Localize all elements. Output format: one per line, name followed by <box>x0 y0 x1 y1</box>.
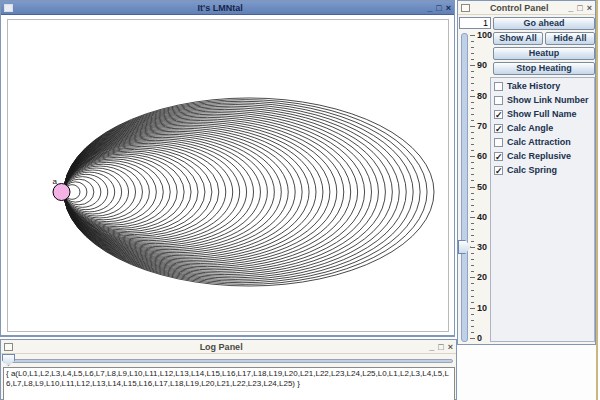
slider-tick <box>471 132 474 133</box>
unchecked-checkbox-icon[interactable] <box>494 82 503 91</box>
step-count-input[interactable] <box>459 17 491 29</box>
slider-tick <box>471 53 474 54</box>
checked-checkbox-icon[interactable]: ✓ <box>494 124 503 133</box>
minimize-icon[interactable]: _ <box>427 4 432 12</box>
control-panel-titlebar[interactable]: Control Panel _ □ × <box>458 1 595 15</box>
link-loop <box>64 164 142 220</box>
slider-tick-label: 10 <box>477 303 487 313</box>
slider-tick <box>470 338 475 339</box>
maximize-icon[interactable]: □ <box>577 4 582 12</box>
log-slider-thumb[interactable] <box>2 354 15 366</box>
checkbox-show-link-number[interactable]: Show Link Number <box>494 94 594 106</box>
log-panel-titlebar[interactable]: Log Panel _ □ × <box>1 340 456 354</box>
atom-label: a <box>53 177 58 186</box>
slider-tick-label: 90 <box>477 60 487 70</box>
unchecked-checkbox-icon[interactable] <box>494 138 503 147</box>
slider-tick-label: 60 <box>477 151 487 161</box>
link-loop <box>64 159 163 225</box>
slider-tick <box>471 47 474 48</box>
control-panel-window: Control Panel _ □ × Go ahead Show All Hi… <box>457 0 596 345</box>
checkbox-calc-attraction[interactable]: Calc Attraction <box>494 136 594 148</box>
checkbox-show-full-name[interactable]: ✓Show Full Name <box>494 108 594 120</box>
main-window-title: It's LMNtal <box>13 3 427 13</box>
slider-tick <box>471 265 474 266</box>
slider-tick <box>470 277 475 278</box>
slider-tick-label: 70 <box>477 121 487 131</box>
close-icon[interactable]: × <box>587 4 592 12</box>
checked-checkbox-icon[interactable]: ✓ <box>494 166 503 175</box>
checkbox-calc-angle[interactable]: ✓Calc Angle <box>494 122 594 134</box>
slider-tick <box>470 156 475 157</box>
log-output[interactable]: { a(L0,L1,L2,L3,L4,L5,L6,L7,L8,L9,L10,L1… <box>3 367 455 400</box>
slider-tick <box>470 126 475 127</box>
log-slider-track[interactable] <box>3 359 453 363</box>
slider-tick <box>471 314 474 315</box>
checkbox-label: Show Link Number <box>507 95 589 105</box>
close-icon[interactable]: × <box>448 343 453 351</box>
slider-tick <box>471 71 474 72</box>
main-window-titlebar[interactable]: It's LMNtal _ □ × <box>1 1 454 15</box>
slider-tick <box>471 302 474 303</box>
slider-tick <box>471 223 474 224</box>
checkbox-take-history[interactable]: Take History <box>494 80 594 92</box>
maximize-icon[interactable]: □ <box>438 343 443 351</box>
checkbox-calc-spring[interactable]: ✓Calc Spring <box>494 164 594 176</box>
link-loop <box>64 162 149 221</box>
slider-tick-label: 40 <box>477 212 487 222</box>
checkbox-label: Calc Replusive <box>507 151 571 161</box>
checked-checkbox-icon[interactable]: ✓ <box>494 110 503 119</box>
slider-track[interactable] <box>461 33 468 342</box>
log-panel-title: Log Panel <box>13 342 429 352</box>
slider-tick-label: 100 <box>477 30 492 40</box>
slider-tick <box>470 217 475 218</box>
slider-tick <box>471 253 474 254</box>
minimize-icon[interactable]: _ <box>429 343 434 351</box>
slider-tick <box>471 83 474 84</box>
slider-tick <box>471 162 474 163</box>
go-ahead-button[interactable]: Go ahead <box>493 17 595 30</box>
slider-tick <box>471 205 474 206</box>
slider-tick <box>470 96 475 97</box>
self-loop-graph: a <box>8 20 448 331</box>
slider-thumb[interactable] <box>458 240 471 254</box>
show-all-button[interactable]: Show All <box>493 32 543 45</box>
slider-tick <box>471 150 474 151</box>
stop-heating-button[interactable]: Stop Heating <box>493 62 595 75</box>
slider-tick <box>471 138 474 139</box>
window-icon <box>461 4 470 12</box>
checked-checkbox-icon[interactable]: ✓ <box>494 152 503 161</box>
slider-tick <box>470 187 475 188</box>
minimize-icon[interactable]: _ <box>568 4 573 12</box>
link-loop <box>64 168 129 216</box>
checkbox-label: Calc Attraction <box>507 137 571 147</box>
slider-tick <box>470 308 475 309</box>
slider-tick <box>471 259 474 260</box>
heatup-button[interactable]: Heatup <box>493 47 595 60</box>
checkbox-label: Calc Angle <box>507 123 553 133</box>
slider-tick <box>471 211 474 212</box>
slider-tick <box>471 90 474 91</box>
checkbox-calc-replusive[interactable]: ✓Calc Replusive <box>494 150 594 162</box>
slider-tick <box>471 283 474 284</box>
unchecked-checkbox-icon[interactable] <box>494 96 503 105</box>
slider-tick <box>471 235 474 236</box>
close-icon[interactable]: × <box>446 4 451 12</box>
slider-tick <box>471 77 474 78</box>
slider-tick <box>471 193 474 194</box>
graph-canvas[interactable]: a <box>7 19 449 332</box>
slider-tick <box>471 102 474 103</box>
slider-tick <box>471 59 474 60</box>
slider-tick <box>471 41 474 42</box>
background-window-edge <box>596 0 598 400</box>
log-panel-window: Log Panel _ □ × { a(L0,L1,L2,L3,L4,L5,L6… <box>0 339 457 400</box>
hide-all-button[interactable]: Hide All <box>545 32 595 45</box>
slider-tick <box>471 296 474 297</box>
atom-node[interactable] <box>53 184 70 201</box>
link-loop <box>64 170 122 214</box>
slider-tick <box>471 114 474 115</box>
maximize-icon[interactable]: □ <box>436 4 441 12</box>
window-icon <box>4 343 13 351</box>
main-window: It's LMNtal _ □ × a <box>0 0 455 337</box>
slider-tick <box>471 144 474 145</box>
checkbox-label: Take History <box>507 81 560 91</box>
